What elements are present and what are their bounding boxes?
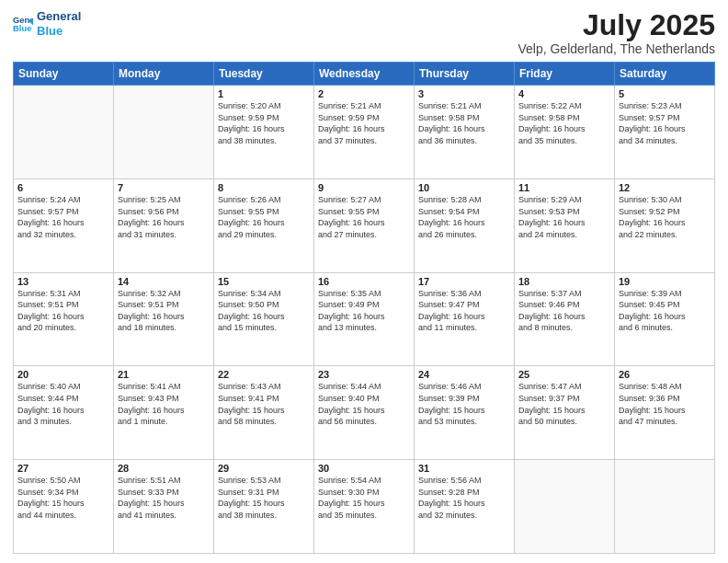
day-number: 19: [619, 276, 711, 287]
day-info: Sunrise: 5:32 AM Sunset: 9:51 PM Dayligh…: [118, 288, 210, 334]
day-number: 14: [118, 276, 210, 287]
day-number: 26: [619, 369, 711, 380]
calendar-day-cell: 4Sunrise: 5:22 AM Sunset: 9:58 PM Daylig…: [515, 86, 615, 179]
day-info: Sunrise: 5:51 AM Sunset: 9:33 PM Dayligh…: [118, 475, 210, 521]
day-number: 4: [518, 88, 610, 99]
calendar-table: SundayMondayTuesdayWednesdayThursdayFrid…: [13, 62, 715, 554]
calendar-day-cell: [114, 86, 214, 179]
day-info: Sunrise: 5:26 AM Sunset: 9:55 PM Dayligh…: [218, 194, 310, 240]
header: General Blue General Blue July 2025 Velp…: [13, 9, 715, 56]
calendar-day-cell: 3Sunrise: 5:21 AM Sunset: 9:58 PM Daylig…: [415, 86, 515, 179]
calendar-day-cell: 12Sunrise: 5:30 AM Sunset: 9:52 PM Dayli…: [615, 178, 715, 272]
calendar-day-cell: 5Sunrise: 5:23 AM Sunset: 9:57 PM Daylig…: [615, 86, 715, 179]
day-number: 5: [619, 88, 711, 99]
logo: General Blue General Blue: [13, 9, 81, 38]
calendar-day-cell: 16Sunrise: 5:35 AM Sunset: 9:49 PM Dayli…: [314, 272, 415, 366]
calendar-header-cell: Monday: [114, 63, 214, 86]
day-info: Sunrise: 5:20 AM Sunset: 9:59 PM Dayligh…: [218, 100, 310, 146]
day-info: Sunrise: 5:22 AM Sunset: 9:58 PM Dayligh…: [518, 100, 610, 146]
day-number: 16: [318, 276, 410, 287]
day-number: 25: [518, 369, 610, 380]
day-info: Sunrise: 5:35 AM Sunset: 9:49 PM Dayligh…: [318, 288, 410, 334]
calendar-day-cell: [515, 460, 615, 554]
day-info: Sunrise: 5:53 AM Sunset: 9:31 PM Dayligh…: [218, 475, 310, 521]
day-info: Sunrise: 5:34 AM Sunset: 9:50 PM Dayligh…: [218, 288, 310, 334]
calendar-day-cell: 11Sunrise: 5:29 AM Sunset: 9:53 PM Dayli…: [515, 178, 615, 272]
day-info: Sunrise: 5:25 AM Sunset: 9:56 PM Dayligh…: [118, 194, 210, 240]
day-info: Sunrise: 5:39 AM Sunset: 9:45 PM Dayligh…: [619, 288, 711, 334]
svg-text:Blue: Blue: [13, 22, 31, 32]
calendar-day-cell: [615, 460, 715, 554]
calendar-day-cell: 18Sunrise: 5:37 AM Sunset: 9:46 PM Dayli…: [515, 272, 615, 366]
day-info: Sunrise: 5:30 AM Sunset: 9:52 PM Dayligh…: [619, 194, 711, 240]
calendar-day-cell: 10Sunrise: 5:28 AM Sunset: 9:54 PM Dayli…: [415, 178, 515, 272]
day-number: 8: [218, 182, 310, 193]
calendar-day-cell: 25Sunrise: 5:47 AM Sunset: 9:37 PM Dayli…: [515, 366, 615, 460]
calendar-day-cell: [14, 86, 114, 179]
day-info: Sunrise: 5:40 AM Sunset: 9:44 PM Dayligh…: [17, 381, 109, 427]
day-info: Sunrise: 5:44 AM Sunset: 9:40 PM Dayligh…: [318, 381, 410, 427]
calendar-day-cell: 15Sunrise: 5:34 AM Sunset: 9:50 PM Dayli…: [214, 272, 314, 366]
calendar-header-cell: Sunday: [14, 63, 114, 86]
day-number: 7: [118, 182, 210, 193]
calendar-day-cell: 21Sunrise: 5:41 AM Sunset: 9:43 PM Dayli…: [114, 366, 214, 460]
logo-line2: Blue: [37, 24, 81, 39]
day-info: Sunrise: 5:46 AM Sunset: 9:39 PM Dayligh…: [418, 381, 510, 427]
day-number: 13: [17, 276, 109, 287]
subtitle: Velp, Gelderland, The Netherlands: [518, 41, 715, 56]
day-number: 15: [218, 276, 310, 287]
calendar-day-cell: 23Sunrise: 5:44 AM Sunset: 9:40 PM Dayli…: [314, 366, 415, 460]
calendar-week-row: 27Sunrise: 5:50 AM Sunset: 9:34 PM Dayli…: [14, 460, 715, 554]
calendar-day-cell: 6Sunrise: 5:24 AM Sunset: 9:57 PM Daylig…: [14, 178, 114, 272]
day-number: 9: [318, 182, 410, 193]
calendar-day-cell: 26Sunrise: 5:48 AM Sunset: 9:36 PM Dayli…: [615, 366, 715, 460]
title-block: July 2025 Velp, Gelderland, The Netherla…: [518, 9, 715, 56]
calendar-header-cell: Thursday: [415, 63, 515, 86]
day-info: Sunrise: 5:37 AM Sunset: 9:46 PM Dayligh…: [518, 288, 610, 334]
calendar-day-cell: 24Sunrise: 5:46 AM Sunset: 9:39 PM Dayli…: [415, 366, 515, 460]
calendar-day-cell: 28Sunrise: 5:51 AM Sunset: 9:33 PM Dayli…: [114, 460, 214, 554]
calendar-day-cell: 17Sunrise: 5:36 AM Sunset: 9:47 PM Dayli…: [415, 272, 515, 366]
day-info: Sunrise: 5:23 AM Sunset: 9:57 PM Dayligh…: [619, 100, 711, 146]
day-number: 30: [318, 463, 410, 474]
day-number: 31: [418, 463, 510, 474]
day-number: 29: [218, 463, 310, 474]
day-number: 12: [619, 182, 711, 193]
calendar-day-cell: 13Sunrise: 5:31 AM Sunset: 9:51 PM Dayli…: [14, 272, 114, 366]
day-info: Sunrise: 5:24 AM Sunset: 9:57 PM Dayligh…: [17, 194, 109, 240]
day-info: Sunrise: 5:48 AM Sunset: 9:36 PM Dayligh…: [619, 381, 711, 427]
day-number: 3: [418, 88, 510, 99]
day-number: 20: [17, 369, 109, 380]
day-number: 24: [418, 369, 510, 380]
calendar-day-cell: 30Sunrise: 5:54 AM Sunset: 9:30 PM Dayli…: [314, 460, 415, 554]
day-info: Sunrise: 5:21 AM Sunset: 9:58 PM Dayligh…: [418, 100, 510, 146]
day-number: 21: [118, 369, 210, 380]
calendar-header-row: SundayMondayTuesdayWednesdayThursdayFrid…: [14, 63, 715, 86]
day-number: 10: [418, 182, 510, 193]
calendar-week-row: 20Sunrise: 5:40 AM Sunset: 9:44 PM Dayli…: [14, 366, 715, 460]
calendar-week-row: 13Sunrise: 5:31 AM Sunset: 9:51 PM Dayli…: [14, 272, 715, 366]
calendar-day-cell: 14Sunrise: 5:32 AM Sunset: 9:51 PM Dayli…: [114, 272, 214, 366]
calendar-header-cell: Saturday: [615, 63, 715, 86]
day-number: 23: [318, 369, 410, 380]
day-info: Sunrise: 5:27 AM Sunset: 9:55 PM Dayligh…: [318, 194, 410, 240]
day-number: 28: [118, 463, 210, 474]
day-info: Sunrise: 5:56 AM Sunset: 9:28 PM Dayligh…: [418, 475, 510, 521]
calendar-header-cell: Wednesday: [314, 63, 415, 86]
calendar-day-cell: 20Sunrise: 5:40 AM Sunset: 9:44 PM Dayli…: [14, 366, 114, 460]
day-number: 27: [17, 463, 109, 474]
logo-icon: General Blue: [13, 14, 33, 34]
day-number: 11: [518, 182, 610, 193]
day-info: Sunrise: 5:41 AM Sunset: 9:43 PM Dayligh…: [118, 381, 210, 427]
page: General Blue General Blue July 2025 Velp…: [0, 0, 728, 563]
day-info: Sunrise: 5:28 AM Sunset: 9:54 PM Dayligh…: [418, 194, 510, 240]
main-title: July 2025: [518, 9, 715, 41]
day-number: 18: [518, 276, 610, 287]
calendar-body: 1Sunrise: 5:20 AM Sunset: 9:59 PM Daylig…: [14, 86, 715, 554]
logo-line1: General: [37, 9, 81, 24]
day-number: 1: [218, 88, 310, 99]
day-number: 17: [418, 276, 510, 287]
calendar-header-cell: Friday: [515, 63, 615, 86]
calendar-day-cell: 1Sunrise: 5:20 AM Sunset: 9:59 PM Daylig…: [214, 86, 314, 179]
calendar-day-cell: 7Sunrise: 5:25 AM Sunset: 9:56 PM Daylig…: [114, 178, 214, 272]
